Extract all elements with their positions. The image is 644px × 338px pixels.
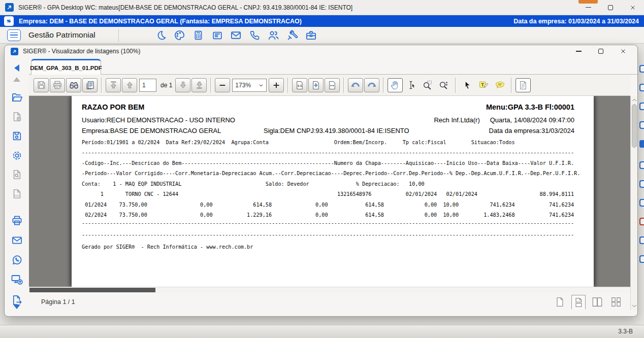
file-pdf-icon[interactable]: PDF [5,186,29,201]
clipped-icon[interactable] [639,255,644,263]
users-icon[interactable] [267,28,280,42]
comment-icon[interactable] [492,78,507,92]
facing-pages-icon[interactable] [590,295,604,309]
first-page-icon[interactable] [106,78,121,92]
last-page-icon[interactable] [191,78,207,92]
viewer-statusbar: Página 1 / 1 [29,293,630,311]
clipped-icon[interactable] [639,199,644,207]
minimize-icon[interactable] [567,45,590,57]
maximize-icon[interactable] [599,0,622,15]
clipped-icon[interactable] [639,236,644,244]
whatsapp-icon[interactable] [5,252,29,267]
save-icon[interactable] [5,128,29,144]
main-titlebar: SIGER® - GPA Desktop WC: mateus[DEM-BASE… [0,0,644,15]
news-icon[interactable] [210,28,224,42]
fit-page-icon[interactable] [308,78,324,92]
clipped-icon[interactable] [639,121,644,129]
menu-icon[interactable] [7,29,21,41]
text-annotation-icon[interactable]: T [476,78,491,92]
close-icon[interactable] [622,0,644,15]
report-params: Período:01/1901 a 02/2024 Data Ref:29/02… [82,138,515,148]
scroll-up-icon[interactable] [631,96,637,104]
report-account-line: Conta: 1 - MAQ EQP INDUSTRIAL Saldo: Dev… [82,179,585,190]
print-icon[interactable] [5,213,29,228]
report-pages-icon[interactable] [82,78,98,92]
folder-open-icon[interactable] [5,90,29,105]
module-toolbar-icons [154,27,318,44]
zoom-in-icon[interactable] [269,78,284,92]
page-layout-icon[interactable] [516,78,531,92]
hand-tool-icon[interactable] [388,78,403,92]
pointer-icon[interactable] [460,78,475,92]
search-icon[interactable] [66,78,81,92]
text-select-icon[interactable] [404,78,419,92]
save-icon[interactable] [34,78,49,92]
zoom-dynamic-icon[interactable] [436,78,452,92]
app-statusbar: 3.3-B [0,325,644,338]
tab-document[interactable]: DEM_GPA_303_B_01.PDF [31,59,101,75]
page-number-input[interactable] [139,79,156,92]
report-footer: Gerado por SIGER® - Rech Informática - w… [82,242,585,253]
scroll-down-icon[interactable] [631,302,637,310]
report-vendor-datetime: Rech Inf.Ltda(r)Quarta, 14/08/2024 09:47… [434,116,574,124]
remote-upload-icon[interactable] [5,272,29,287]
clipped-icon[interactable] [639,84,644,91]
clipped-icon[interactable] [639,180,644,188]
mail-icon[interactable] [229,28,243,42]
clipped-icon[interactable] [639,65,644,73]
calculator-icon[interactable] [191,28,205,42]
horizontal-scrollbar[interactable] [29,287,630,293]
report-sigla: Sigla:DEM CNPJ:93.419.380/0001-84 IE:ISE… [264,127,409,134]
listing-viewer-window: SIGER® - Visualizador de listagens (100%… [4,45,638,317]
report-rule: ----------------------------------------… [82,230,585,241]
report-datetime: Quarta, 14/08/2024 09:47:00 [490,116,574,124]
clipped-icon[interactable] [639,161,644,169]
pdf-viewport[interactable]: RAZAO POR BEM Menu:GPA 3.3-B Fl:00001 Us… [29,96,630,287]
close-icon[interactable] [612,45,634,57]
toolbar-divider [118,29,119,42]
grid-pages-icon[interactable] [609,295,623,309]
actual-size-icon[interactable]: 1:1 [292,78,307,92]
horizontal-scrollbar-thumb[interactable] [29,288,155,292]
zoom-level-select[interactable]: 173% [232,79,267,92]
vertical-scrollbar[interactable] [630,96,637,310]
continuous-page-icon[interactable] [571,295,586,309]
settings-icon[interactable] [5,148,29,163]
moon-icon[interactable] [154,28,168,42]
svg-text:PDF: PDF [14,194,19,197]
prev-page-icon[interactable] [122,78,137,92]
single-page-icon[interactable] [553,295,567,309]
file-search-icon[interactable] [5,167,29,182]
module-toolbar: Gestão Patrimonial [0,27,644,44]
scroll-up-icon[interactable] [5,72,29,87]
report-title: RAZAO POR BEM [82,103,144,111]
clipped-icon[interactable] [639,140,644,148]
zoom-out-icon[interactable] [215,78,230,92]
viewer-body: PDF DEM_GPA_303_B_01.PDF [5,57,637,316]
maximize-icon[interactable] [590,45,612,57]
next-page-icon[interactable] [175,78,190,92]
fit-width-icon[interactable] [325,78,340,92]
module-title: Gestão Patrimonial [28,30,95,40]
zoom-marquee-icon[interactable] [420,78,435,92]
switch-company-icon[interactable] [4,16,14,26]
print-icon[interactable] [50,78,65,92]
tools-icon[interactable] [285,28,299,42]
mail-icon[interactable] [5,232,29,248]
application-window: SIGER® - GPA Desktop WC: mateus[DEM-BASE… [0,0,644,338]
rotate-left-icon[interactable] [348,78,363,92]
report-header-line: -Codigo--Inc.---Descricao do Bem--------… [82,158,585,169]
page-layout-switcher [553,295,623,309]
phone-icon[interactable] [248,28,262,42]
palette-icon[interactable] [173,28,186,42]
rotate-right-icon[interactable] [364,78,379,92]
toolbox-icon[interactable] [304,28,318,42]
zoom-level-value: 173% [235,82,251,89]
vertical-scrollbar-thumb[interactable] [632,104,637,148]
scroll-down-icon[interactable] [5,299,29,314]
pdf-page: RAZAO POR BEM Menu:GPA 3.3-B Fl:00001 Us… [72,96,594,287]
clipped-icon[interactable] [639,218,644,225]
company-bar: Empresa: DEM - BASE DE DEMONSTRACAO GERA… [0,15,644,27]
file-close-icon[interactable] [5,109,29,124]
clipped-icon[interactable] [639,103,644,110]
